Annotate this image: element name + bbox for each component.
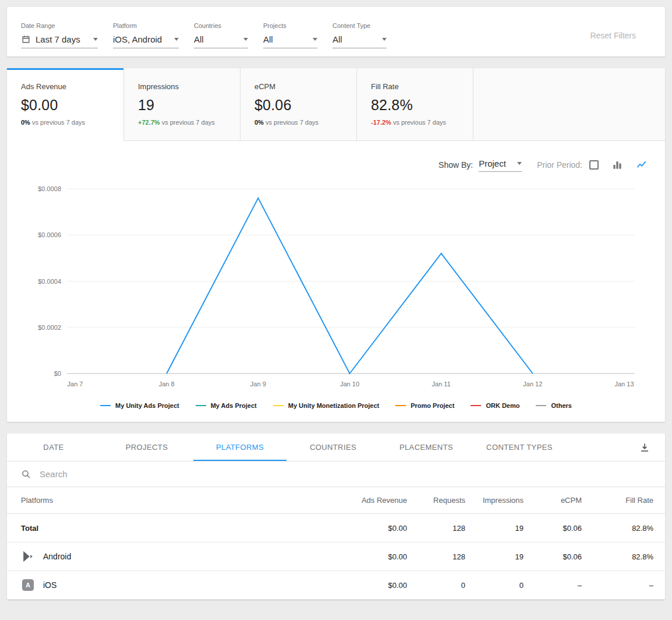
chevron-down-icon [174, 38, 179, 41]
legend-label: ORK Demo [486, 402, 519, 409]
chevron-down-icon [93, 38, 98, 41]
legend-item[interactable]: My Unity Monetization Project [273, 402, 379, 409]
column-header: Fill Rate [582, 496, 653, 505]
svg-text:Jan 9: Jan 9 [250, 381, 266, 388]
legend-swatch [273, 405, 284, 406]
cell-ads-revenue: $0.00 [343, 552, 407, 561]
filter-platform[interactable]: Platform iOS, Android [113, 22, 179, 48]
tab-date[interactable]: DATE [7, 434, 100, 461]
stat-delta: -17.2% vs previous 7 days [371, 119, 459, 126]
filter-date-range[interactable]: Date Range Last 7 days [21, 22, 98, 48]
filter-value: Last 7 days [36, 34, 89, 44]
legend-item[interactable]: Promo Project [395, 402, 454, 409]
filter-projects[interactable]: Projects All [263, 22, 317, 48]
cell-impressions: 0 [465, 581, 524, 590]
svg-text:$0.0008: $0.0008 [38, 185, 61, 192]
stat-value: 19 [138, 97, 226, 114]
prior-period-checkbox[interactable] [589, 160, 599, 170]
show-by-label: Show By: [438, 160, 473, 170]
legend-swatch [395, 405, 406, 406]
svg-text:Jan 13: Jan 13 [614, 381, 634, 388]
legend-swatch [471, 405, 481, 406]
legend-item[interactable]: Others [536, 402, 571, 409]
stat-label: Impressions [138, 82, 226, 91]
reset-filters-button[interactable]: Reset Filters [590, 31, 651, 40]
tab-countries[interactable]: COUNTRIES [287, 434, 380, 461]
calendar-icon [21, 34, 31, 44]
legend-item[interactable]: My Ads Project [196, 402, 257, 409]
stat-label: Ads Revenue [21, 82, 109, 91]
svg-text:$0: $0 [54, 370, 61, 377]
tab-content-types[interactable]: CONTENT TYPES [473, 434, 566, 461]
stat-delta: 0% vs previous 7 days [21, 119, 109, 126]
android-icon [21, 550, 35, 563]
filter-bar: Date Range Last 7 days Platform iOS, And… [7, 7, 665, 57]
ios-icon: A [21, 579, 35, 591]
stat-label: eCPM [254, 82, 342, 91]
stat-label: Fill Rate [371, 82, 459, 91]
filter-label: Projects [263, 22, 317, 29]
filter-label: Date Range [21, 22, 98, 29]
legend-swatch [100, 405, 111, 406]
cell-ecpm: $0.06 [524, 552, 582, 561]
tab-platforms[interactable]: PLATFORMS [193, 434, 287, 461]
table-row-ios: A iOS $0.00 0 0 – – [7, 571, 665, 600]
legend-item[interactable]: ORK Demo [471, 402, 519, 409]
legend-label: Promo Project [411, 402, 454, 409]
cell-ecpm: – [524, 581, 582, 590]
filter-countries[interactable]: Countries All [194, 22, 248, 48]
column-header: Impressions [465, 496, 524, 505]
stat-value: $0.06 [254, 97, 342, 114]
search-icon [21, 469, 31, 480]
prior-period-label: Prior Period: [537, 160, 582, 170]
svg-text:Jan 10: Jan 10 [340, 381, 359, 388]
stat-tab-ecpm[interactable]: eCPM $0.06 0% vs previous 7 days [240, 68, 356, 141]
svg-text:$0.0006: $0.0006 [38, 231, 61, 238]
stat-tab-fill-rate[interactable]: Fill Rate 82.8% -17.2% vs previous 7 day… [356, 68, 473, 141]
table-header: Platforms Ads Revenue Requests Impressio… [7, 487, 665, 514]
filter-label: Platform [113, 22, 179, 29]
stat-tab-ads-revenue[interactable]: Ads Revenue $0.00 0% vs previous 7 days [7, 68, 123, 141]
chevron-down-icon [517, 162, 522, 165]
stat-tab-impressions[interactable]: Impressions 19 +72.7% vs previous 7 days [123, 68, 240, 141]
table-row-total: Total $0.00 128 19 $0.06 82.8% [7, 514, 665, 542]
legend-label: My Unity Monetization Project [288, 402, 379, 409]
svg-text:Jan 8: Jan 8 [159, 381, 175, 388]
filter-content-type[interactable]: Content Type All [333, 22, 387, 48]
legend-item[interactable]: My Unity Ads Project [100, 402, 179, 409]
breakdown-tabs: DATE PROJECTS PLATFORMS COUNTRIES PLACEM… [7, 434, 665, 462]
cell-requests: 128 [407, 552, 465, 561]
download-icon[interactable] [639, 442, 665, 453]
cell-fill-rate: 82.8% [582, 552, 653, 561]
cell-fill-rate: – [582, 581, 653, 590]
show-by-select[interactable]: Project [479, 158, 522, 172]
row-label: iOS [43, 580, 56, 590]
stat-delta: +72.7% vs previous 7 days [138, 119, 226, 126]
chevron-down-icon [243, 38, 248, 41]
bar-chart-icon[interactable] [611, 159, 623, 171]
svg-text:Jan 12: Jan 12 [523, 381, 542, 388]
tab-projects[interactable]: PROJECTS [100, 434, 193, 461]
cell-fill-rate: 82.8% [582, 524, 653, 533]
cell-ads-revenue: $0.00 [343, 524, 407, 533]
svg-text:Jan 7: Jan 7 [68, 381, 83, 388]
chart-legend: My Unity Ads ProjectMy Ads ProjectMy Uni… [7, 402, 665, 409]
line-chart-icon[interactable] [636, 159, 648, 171]
search-bar [7, 462, 665, 487]
tab-placements[interactable]: PLACEMENTS [380, 434, 473, 461]
stats-filler [473, 68, 665, 141]
overview-card: Ads Revenue $0.00 0% vs previous 7 days … [7, 68, 665, 422]
table-row-android: Android $0.00 128 19 $0.06 82.8% [7, 542, 665, 571]
chevron-down-icon [382, 38, 387, 41]
row-label: Android [43, 552, 71, 561]
search-input[interactable] [38, 468, 651, 480]
svg-text:A: A [26, 582, 30, 589]
legend-swatch [536, 405, 546, 406]
column-header: Ads Revenue [343, 496, 407, 505]
stat-value: $0.00 [21, 97, 109, 114]
svg-text:$0.0004: $0.0004 [38, 278, 61, 285]
cell-requests: 128 [407, 524, 465, 533]
legend-swatch [196, 405, 206, 406]
legend-label: Others [551, 402, 571, 409]
chart-area: Show By: Project Prior Period: $0$0.0002… [7, 141, 665, 422]
